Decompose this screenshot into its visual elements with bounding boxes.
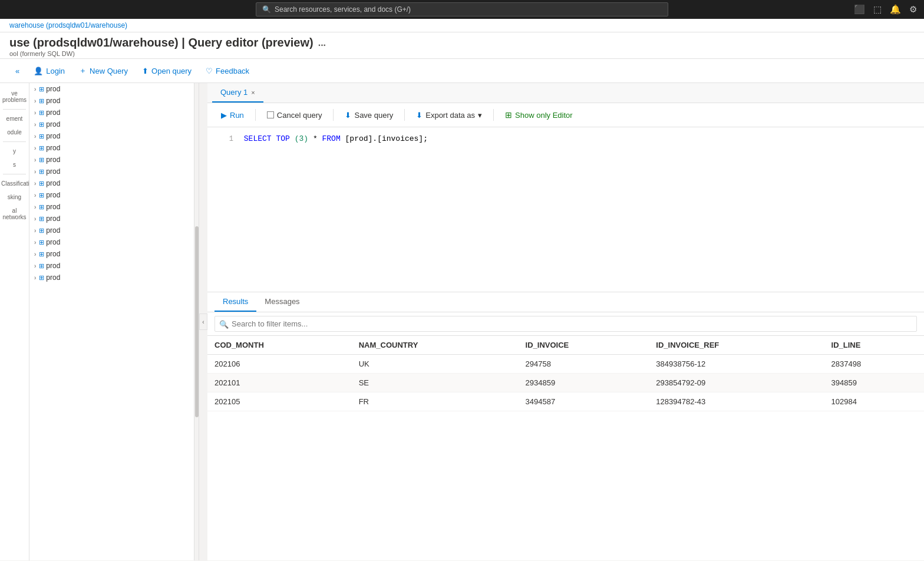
list-item[interactable]: › ⊞ prod — [29, 177, 194, 189]
nav-item-classification[interactable]: Classification — [0, 178, 29, 189]
chevron-down-icon: ▾ — [478, 111, 482, 120]
tab-results[interactable]: Results — [214, 292, 256, 312]
cell-nam-country: SE — [352, 374, 519, 392]
terminal-icon[interactable]: ⬛ — [854, 4, 865, 15]
table-icon: ⊞ — [39, 203, 44, 211]
list-item[interactable]: › ⊞ prod — [29, 225, 194, 236]
list-item[interactable]: › ⊞ prod — [29, 118, 194, 130]
search-icon: 🔍 — [219, 319, 229, 328]
cancel-button[interactable]: Cancel query — [260, 107, 329, 123]
plus-icon: ＋ — [79, 65, 87, 76]
code-editor[interactable]: 1 SELECT TOP (3) * FROM [prod].[invoices… — [207, 127, 924, 292]
collapse-area: ‹ — [199, 83, 207, 560]
chevron-icon: › — [34, 239, 36, 246]
list-item[interactable]: › ⊞ prod — [29, 189, 194, 201]
search-bar[interactable]: 🔍 Search resources, services, and docs (… — [256, 2, 668, 16]
gear-icon[interactable]: ⚙ — [909, 4, 917, 15]
table-icon: ⊞ — [39, 109, 44, 117]
new-query-button[interactable]: ＋ New Query — [73, 62, 134, 79]
code-line-1: 1 SELECT TOP (3) * FROM [prod].[invoices… — [217, 134, 915, 143]
scrollbar-thumb[interactable] — [195, 226, 199, 417]
breadcrumb[interactable]: warehouse (prodsqldw01/warehouse) — [0, 19, 924, 32]
list-item[interactable]: › ⊞ prod — [29, 130, 194, 142]
cell-id-line: 102984 — [824, 392, 924, 411]
chevron-icon: › — [34, 98, 36, 104]
table-icon: ⊞ — [39, 144, 44, 152]
col-header-id-invoice-ref: ID_INVOICE_REF — [649, 336, 824, 355]
nav-item-module[interactable]: odule — [0, 127, 29, 138]
download-icon: ⬇ — [345, 111, 351, 120]
table-icon: ⊞ — [39, 215, 44, 223]
list-item[interactable]: › ⊞ prod — [29, 166, 194, 177]
list-item[interactable]: › ⊞ prod — [29, 201, 194, 213]
collapse-icon: « — [15, 67, 19, 75]
table-icon: ⊞ — [39, 274, 44, 282]
content-area: Query 1 × ▶ Run Cancel query ⬇ Save quer… — [207, 83, 924, 560]
table-row: 202106 UK 294758 384938756-12 2837498 — [207, 355, 924, 374]
list-item[interactable]: › ⊞ prod — [29, 95, 194, 107]
layout-icon[interactable]: ⬚ — [873, 4, 882, 15]
chevron-icon: › — [34, 110, 36, 116]
list-item[interactable]: › ⊞ prod — [29, 236, 194, 248]
nav-item-neural[interactable]: al networks — [0, 205, 29, 223]
scrollbar-area — [194, 83, 199, 560]
table-icon: ⊞ — [39, 192, 44, 199]
search-filter: 🔍 — [207, 312, 924, 336]
nav-item-problems[interactable]: ve problems — [0, 88, 29, 105]
query-tab-1[interactable]: Query 1 × — [212, 83, 263, 103]
nav-item-s[interactable]: s — [0, 159, 29, 170]
list-item[interactable]: › ⊞ prod — [29, 107, 194, 118]
play-icon: ▶ — [221, 111, 227, 120]
list-item[interactable]: › ⊞ prod — [29, 83, 194, 95]
list-item[interactable]: › ⊞ prod — [29, 260, 194, 272]
table-icon: ⊞ — [39, 97, 44, 105]
heart-icon: ♡ — [206, 67, 213, 75]
cell-id-invoice-ref: 128394782-43 — [649, 392, 824, 411]
table-icon: ⊞ — [39, 85, 44, 93]
cell-id-invoice: 3494587 — [519, 392, 649, 411]
toolbar-separator-4 — [493, 109, 494, 121]
cell-id-invoice: 2934859 — [519, 374, 649, 392]
keyword-from: FROM — [322, 134, 341, 143]
export-button[interactable]: ⬇ Export data as ▾ — [410, 107, 489, 123]
main-layout: ve problems ement odule y s Classificati… — [0, 83, 924, 560]
table-icon: ⊞ — [39, 227, 44, 235]
list-item[interactable]: › ⊞ prod — [29, 154, 194, 166]
nav-item-management[interactable]: ement — [0, 113, 29, 124]
more-button[interactable]: ... — [318, 38, 326, 48]
top-bar-icons: ⬛ ⬚ 🔔 ⚙ — [854, 4, 917, 15]
chevron-icon: › — [34, 145, 36, 151]
run-button[interactable]: ▶ Run — [214, 107, 250, 123]
tab-messages[interactable]: Messages — [256, 292, 308, 312]
chevron-icon: › — [34, 121, 36, 128]
chevron-icon: › — [34, 204, 36, 210]
chevron-icon: › — [34, 263, 36, 269]
login-button[interactable]: 👤 Login — [28, 64, 71, 78]
query-tab-label: Query 1 — [220, 88, 248, 97]
nav-item-y[interactable]: y — [0, 146, 29, 157]
feedback-button[interactable]: ♡ Feedback — [200, 64, 255, 78]
grid-icon: ⊞ — [505, 110, 512, 120]
toolbar-separator-2 — [333, 109, 334, 121]
tab-close-button[interactable]: × — [251, 89, 255, 96]
table-icon: ⊞ — [39, 239, 44, 246]
list-item[interactable]: › ⊞ prod — [29, 272, 194, 283]
list-item[interactable]: › ⊞ prod — [29, 142, 194, 154]
results-tabs: Results Messages — [207, 292, 924, 312]
search-placeholder: Search resources, services, and docs (G+… — [275, 5, 411, 14]
collapse-panel-button[interactable]: ‹ — [199, 314, 207, 330]
nav-item-masking[interactable]: sking — [0, 192, 29, 203]
line-number: 1 — [217, 135, 233, 143]
search-input[interactable] — [214, 316, 917, 332]
collapse-button[interactable]: « — [9, 64, 25, 78]
save-query-button[interactable]: ⬇ Save query — [338, 107, 400, 123]
cell-cod-month: 202105 — [207, 392, 352, 411]
cell-nam-country: FR — [352, 392, 519, 411]
open-query-button[interactable]: ⬆ Open query — [136, 64, 197, 78]
cell-cod-month: 202101 — [207, 374, 352, 392]
list-item[interactable]: › ⊞ prod — [29, 248, 194, 260]
show-editor-button[interactable]: ⊞ Show only Editor — [499, 107, 579, 123]
list-item[interactable]: › ⊞ prod — [29, 213, 194, 225]
bell-icon[interactable]: 🔔 — [890, 4, 901, 15]
object-list: › ⊞ prod › ⊞ prod › ⊞ prod › ⊞ prod › ⊞ — [29, 83, 194, 560]
